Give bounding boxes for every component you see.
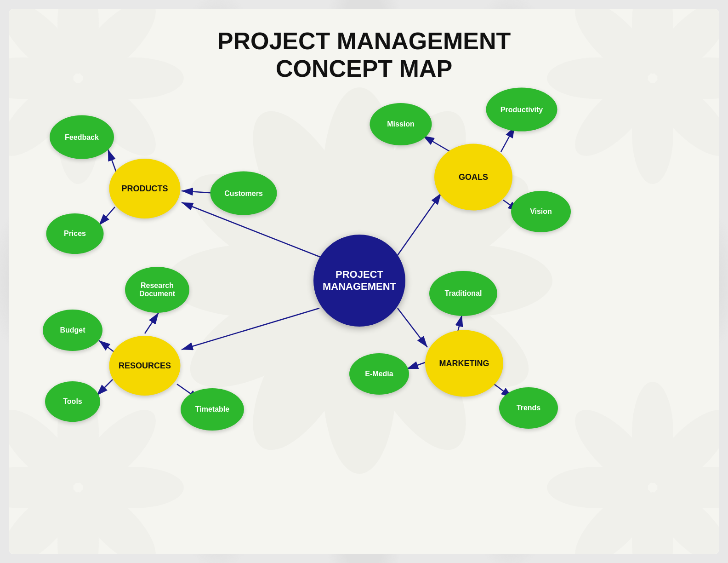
traditional-label: Traditional bbox=[445, 289, 482, 298]
node-productivity: Productivity bbox=[486, 88, 557, 132]
node-mission: Mission bbox=[370, 103, 432, 145]
resources-label: RESOURCES bbox=[119, 361, 171, 371]
emedia-label: E-Media bbox=[365, 370, 393, 378]
productivity-label: Productivity bbox=[500, 105, 543, 114]
page-title: PROJECT MANAGEMENT CONCEPT MAP bbox=[9, 28, 719, 83]
node-marketing: MARKETING bbox=[425, 330, 503, 397]
node-resources: RESOURCES bbox=[109, 336, 181, 396]
customers-label: Customers bbox=[224, 189, 263, 197]
tools-label: Tools bbox=[63, 397, 82, 406]
node-trends: Trends bbox=[499, 387, 558, 429]
node-timetable: Timetable bbox=[181, 388, 244, 431]
vision-label: Vision bbox=[530, 207, 552, 216]
node-goals: GOALS bbox=[434, 144, 512, 211]
goals-label: GOALS bbox=[459, 172, 488, 182]
feedback-label: Feedback bbox=[65, 133, 99, 141]
mission-label: Mission bbox=[387, 120, 415, 128]
research-label: Research Document bbox=[139, 282, 175, 298]
node-tools: Tools bbox=[45, 381, 100, 422]
node-center: PROJECT MANAGEMENT bbox=[313, 235, 405, 327]
timetable-label: Timetable bbox=[195, 405, 229, 414]
node-vision: Vision bbox=[511, 191, 571, 232]
node-research: Research Document bbox=[125, 267, 189, 313]
trends-label: Trends bbox=[517, 404, 540, 412]
center-label: PROJECT MANAGEMENT bbox=[323, 269, 396, 293]
node-prices: Prices bbox=[46, 213, 104, 254]
title-line1: PROJECT MANAGEMENT bbox=[9, 28, 719, 55]
title-line2: CONCEPT MAP bbox=[9, 55, 719, 83]
node-traditional: Traditional bbox=[429, 271, 497, 316]
node-budget: Budget bbox=[43, 310, 102, 351]
node-feedback: Feedback bbox=[50, 115, 114, 159]
node-customers: Customers bbox=[210, 172, 277, 215]
node-products: PRODUCTS bbox=[109, 159, 181, 218]
marketing-label: MARKETING bbox=[439, 359, 489, 368]
products-label: PRODUCTS bbox=[121, 184, 168, 194]
node-emedia: E-Media bbox=[349, 353, 409, 395]
budget-label: Budget bbox=[60, 326, 85, 334]
prices-label: Prices bbox=[64, 230, 86, 238]
